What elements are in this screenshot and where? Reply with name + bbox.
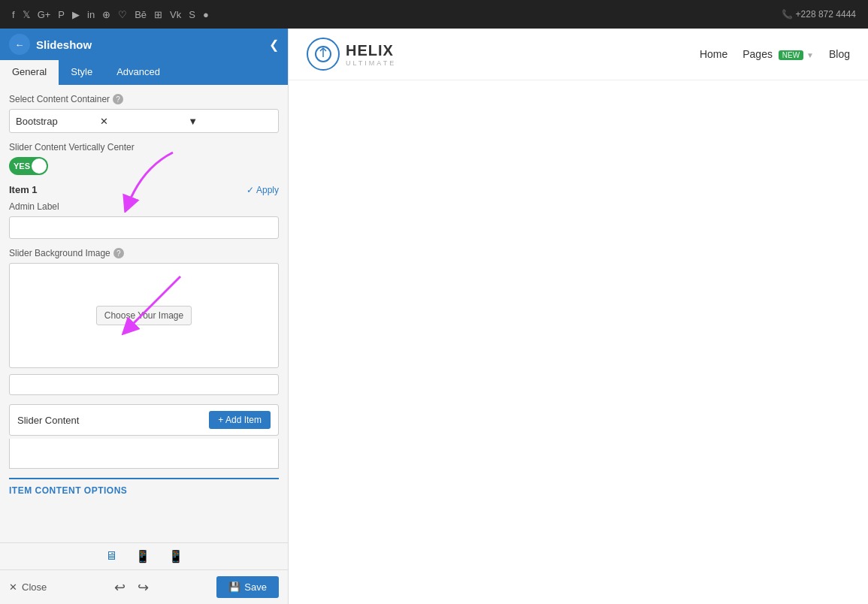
website-nav: HELIX ULTIMATE Home Pages NEW ▼ Blog: [289, 29, 868, 80]
collapse-button[interactable]: ❮: [269, 38, 279, 52]
behance-icon[interactable]: Bē: [135, 9, 147, 20]
select-clear-icon[interactable]: ✕: [100, 116, 184, 127]
toggle-row: Slider Content Vertically Center YES: [9, 142, 279, 175]
item-label: Item 1: [9, 184, 38, 195]
preview-content: [289, 80, 868, 604]
add-item-button[interactable]: + Add Item: [209, 411, 271, 429]
whatsapp-icon[interactable]: ●: [203, 9, 209, 20]
save-icon: 💾: [228, 581, 240, 593]
select-dropdown-icon[interactable]: ▼: [188, 116, 272, 127]
youtube-icon[interactable]: ▶: [72, 9, 80, 20]
logo-text: HELIX ULTIMATE: [346, 42, 396, 67]
phone-number: 📞 +228 872 4444: [782, 9, 856, 20]
save-button[interactable]: 💾 Save: [216, 576, 279, 598]
slider-content-label: Slider Content: [17, 415, 79, 426]
nav-dropdown-icon: ▼: [806, 51, 814, 59]
pinterest-icon[interactable]: P: [58, 9, 65, 20]
mobile-icon[interactable]: 📱: [168, 549, 183, 563]
help-icon-bg-image[interactable]: ?: [113, 248, 124, 258]
toggle-wrap: YES: [9, 157, 279, 175]
nav-blog[interactable]: Blog: [829, 48, 850, 60]
preview-area: HELIX ULTIMATE Home Pages NEW ▼ Blog: [289, 29, 868, 604]
tab-advanced[interactable]: Advanced: [104, 60, 172, 85]
nav-pages[interactable]: Pages NEW ▼: [742, 48, 814, 60]
social-icons: f 𝕏 G+ P ▶ in ⊕ ♡ Bē ⊞ Vk S ●: [12, 9, 209, 20]
slider-content-body: [9, 439, 279, 469]
dribbble-icon[interactable]: ⊕: [102, 9, 110, 20]
nav-home[interactable]: Home: [700, 48, 727, 60]
device-icons: 🖥 📱 📱: [0, 543, 288, 570]
select-container-label: Select Content Container ?: [9, 94, 279, 104]
item-content-options: ITEM CONTENT OPTIONS: [9, 478, 279, 502]
content-container-select[interactable]: Bootstrap ✕ ▼: [9, 109, 279, 133]
toggle-yes-label: YES: [14, 162, 30, 171]
image-caption-input[interactable]: [9, 374, 279, 395]
redo-button[interactable]: ↪: [138, 579, 149, 596]
panel-header: ← Slideshow ❮: [0, 29, 288, 60]
panel-title: Slideshow: [36, 38, 269, 51]
image-upload-area[interactable]: Choose Your Image: [9, 263, 279, 368]
linkedin-icon[interactable]: in: [87, 9, 95, 20]
logo-icon: [307, 38, 340, 71]
logo-sub: ULTIMATE: [346, 59, 396, 67]
panel-tabs: General Style Advanced: [0, 60, 288, 85]
nav-pages-badge: NEW: [779, 50, 803, 60]
admin-label-input[interactable]: [9, 216, 279, 239]
slider-bg-image-label: Slider Background Image ?: [9, 248, 279, 258]
slider-content-row: Slider Content + Add Item: [9, 404, 279, 436]
instagram-icon[interactable]: ♡: [118, 9, 127, 20]
logo-area: HELIX ULTIMATE: [307, 38, 396, 71]
vertically-center-toggle[interactable]: YES: [9, 157, 48, 175]
panel-bottom: 🖥 📱 📱 ✕ Close ↩ ↪ 💾 Save: [0, 542, 288, 604]
vk-icon[interactable]: Vk: [170, 9, 181, 20]
googleplus-icon[interactable]: G+: [38, 9, 51, 20]
back-arrow-icon: ←: [15, 39, 25, 50]
help-icon-container[interactable]: ?: [113, 94, 123, 104]
twitter-icon[interactable]: 𝕏: [23, 9, 30, 20]
close-icon: ✕: [9, 581, 17, 593]
undo-button[interactable]: ↩: [114, 579, 126, 596]
flickr-icon[interactable]: ⊞: [154, 9, 162, 20]
close-button[interactable]: ✕ Close: [9, 581, 47, 593]
undo-redo: ↩ ↪: [114, 579, 149, 596]
left-panel: ← Slideshow ❮ General Style Advanced Sel…: [0, 29, 289, 604]
nav-links: Home Pages NEW ▼ Blog: [700, 48, 850, 60]
desktop-icon[interactable]: 🖥: [105, 549, 117, 563]
skype-icon[interactable]: S: [189, 9, 195, 20]
logo-name: HELIX: [346, 42, 396, 59]
admin-label-label: Admin Label: [9, 201, 279, 212]
apply-button[interactable]: ✓ Apply: [246, 185, 279, 195]
back-button[interactable]: ←: [9, 34, 30, 55]
toggle-knob: [32, 159, 47, 174]
tab-general[interactable]: General: [0, 60, 59, 85]
bottom-actions: ✕ Close ↩ ↪ 💾 Save: [0, 570, 288, 604]
tab-style[interactable]: Style: [59, 60, 104, 85]
tablet-icon[interactable]: 📱: [135, 549, 150, 563]
vertically-center-label: Slider Content Vertically Center: [9, 142, 279, 153]
item-row: Item 1 ✓ Apply: [9, 184, 279, 195]
panel-content: Select Content Container ? Bootstrap ✕ ▼…: [0, 85, 288, 542]
choose-image-button[interactable]: Choose Your Image: [96, 306, 192, 325]
checkmark-icon: ✓: [246, 185, 254, 195]
select-value: Bootstrap: [16, 116, 100, 127]
top-social-bar: f 𝕏 G+ P ▶ in ⊕ ♡ Bē ⊞ Vk S ● 📞 +228 872…: [0, 0, 868, 29]
facebook-icon[interactable]: f: [12, 9, 15, 20]
